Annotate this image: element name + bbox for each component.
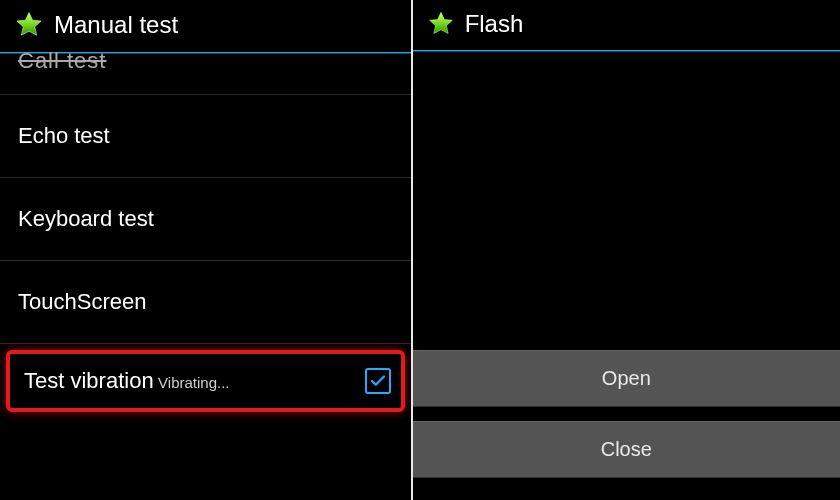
page-title: Manual test <box>54 11 178 39</box>
screenshot-pair: Manual test Call test Echo test Keyboard… <box>0 0 840 500</box>
list-item-keyboard-test[interactable]: Keyboard test <box>0 178 411 260</box>
list-item-call-test[interactable]: Call test <box>0 48 411 94</box>
open-button[interactable]: Open <box>413 350 840 407</box>
list-item-echo-test[interactable]: Echo test <box>0 95 411 177</box>
list-item-label: TouchScreen <box>18 289 393 315</box>
star-icon <box>427 10 455 38</box>
list-item-label: Echo test <box>18 123 393 149</box>
checkbox-checked-icon[interactable] <box>365 368 391 394</box>
test-list: Call test Echo test Keyboard test TouchS… <box>0 54 411 500</box>
list-item-label: Call test <box>18 48 393 74</box>
list-item-test-vibration[interactable]: Test vibration Vibrating... <box>6 350 405 412</box>
flash-panel: Flash Open Close <box>413 0 840 500</box>
flash-body <box>413 52 840 350</box>
manual-test-panel: Manual test Call test Echo test Keyboard… <box>0 0 411 500</box>
star-icon <box>14 10 44 40</box>
list-item-label: Test vibration <box>24 368 154 393</box>
list-item-touchscreen[interactable]: TouchScreen <box>0 261 411 343</box>
page-title: Flash <box>465 10 524 38</box>
close-button[interactable]: Close <box>413 421 840 478</box>
separator <box>0 343 411 344</box>
list-item-label: Keyboard test <box>18 206 393 232</box>
button-bar: Open Close <box>413 350 840 500</box>
header: Manual test <box>0 0 411 52</box>
list-item-sublabel: Vibrating... <box>158 374 229 391</box>
header: Flash <box>413 0 840 50</box>
